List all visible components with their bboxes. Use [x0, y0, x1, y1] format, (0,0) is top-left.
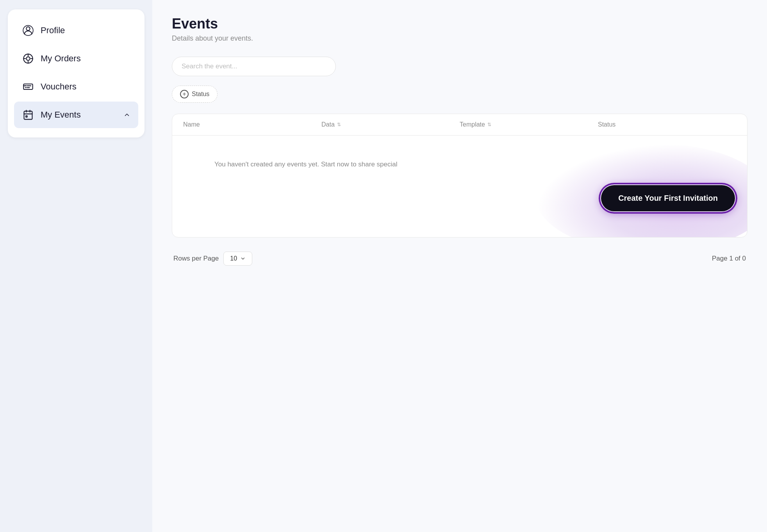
column-status: Status	[598, 121, 736, 128]
page-info: Page 1 of 0	[712, 255, 746, 262]
sidebar-item-vouchers[interactable]: Vouchers	[14, 73, 138, 100]
plus-circle-icon: +	[180, 90, 189, 98]
svg-rect-10	[26, 116, 27, 117]
page-title: Events	[172, 16, 747, 32]
column-template[interactable]: Template ⇅	[460, 121, 598, 128]
status-filter-label: Status	[192, 91, 209, 98]
sort-icon-template: ⇅	[487, 122, 491, 127]
search-input[interactable]	[172, 57, 336, 76]
filter-bar: + Status	[172, 86, 747, 103]
svg-point-0	[26, 27, 30, 30]
table-body: You haven't created any events yet. Star…	[172, 136, 747, 237]
sidebar-item-my-events[interactable]: My Events	[14, 102, 138, 128]
status-filter-button[interactable]: + Status	[172, 86, 218, 103]
chevron-up-icon	[123, 111, 130, 118]
rows-select-value: 10	[230, 255, 237, 262]
rows-per-page-control: Rows per Page 10	[173, 252, 252, 266]
sidebar-item-label: Vouchers	[41, 82, 77, 92]
svg-point-3	[26, 57, 30, 60]
events-table: Name Data ⇅ Template ⇅ Status You haven'…	[172, 114, 747, 237]
svg-rect-4	[23, 84, 32, 89]
table-header: Name Data ⇅ Template ⇅ Status	[172, 114, 747, 136]
sidebar-card: Profile My Orders Vouchers	[8, 9, 144, 137]
chevron-down-icon	[240, 256, 246, 261]
vouchers-icon	[22, 80, 34, 93]
sidebar-item-label: My Orders	[41, 54, 81, 64]
create-invitation-button[interactable]: Create Your First Invitation	[600, 184, 736, 212]
page-header: Events Details about your events.	[172, 16, 747, 43]
main-content: Events Details about your events. + Stat…	[152, 0, 767, 532]
sidebar: Profile My Orders Vouchers	[0, 0, 152, 532]
events-icon	[22, 109, 34, 121]
sidebar-item-label: My Events	[41, 110, 81, 120]
profile-icon	[22, 24, 34, 37]
sidebar-item-label: Profile	[41, 25, 65, 36]
sort-icon-data: ⇅	[337, 122, 340, 127]
column-name: Name	[183, 121, 321, 128]
rows-select-dropdown[interactable]: 10	[223, 252, 252, 266]
pagination-bar: Rows per Page 10 Page 1 of 0	[172, 248, 747, 269]
sidebar-item-my-orders[interactable]: My Orders	[14, 45, 138, 72]
search-bar	[172, 57, 747, 76]
page-subtitle: Details about your events.	[172, 34, 747, 43]
sidebar-item-profile[interactable]: Profile	[14, 17, 138, 44]
orders-icon	[22, 52, 34, 65]
empty-state-message: You haven't created any events yet. Star…	[183, 161, 398, 168]
svg-rect-6	[24, 111, 32, 120]
column-data[interactable]: Data ⇅	[321, 121, 460, 128]
rows-per-page-label: Rows per Page	[173, 255, 219, 262]
cta-area: Create Your First Invitation	[600, 184, 736, 212]
